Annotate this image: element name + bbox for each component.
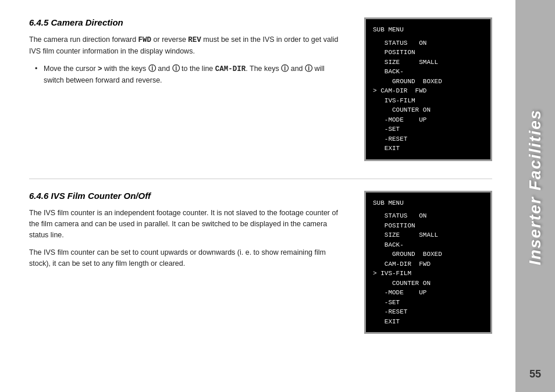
section-645-bullets: Move the cursor > with the keys ⓘ and ⓘ … [29,63,347,87]
screen1-item-9: -MODE UP [373,115,483,125]
screen2-item-1: STATUS ON [373,211,483,221]
screen1-item-6: > CAM-DIR FWD [373,86,483,96]
section-646-right: SUB MENU STATUS ON POSITION SIZE SMALL B… [364,191,492,334]
key-e1: ⓘ [148,65,156,73]
screen-1: SUB MENU STATUS ON POSITION SIZE SMALL B… [364,17,492,161]
screen2-item-2: POSITION [373,221,483,231]
sidebar-title: Inserter Facilities [526,6,545,368]
screen2-item-3: SIZE SMALL [373,230,483,240]
section-divider [29,179,492,179]
screen2-item-11: -RESET [373,307,483,317]
section-646-para1: The IVS film counter is an independent f… [29,208,347,241]
screen2-item-9: -MODE UP [373,288,483,298]
rev-code: REV [188,36,201,44]
section-645-para1: The camera run direction forward FWD or … [29,34,347,58]
bullet-item-1: Move the cursor > with the keys ⓘ and ⓘ … [35,63,347,87]
screen1-item-2: POSITION [373,48,483,58]
key-o1: ⓘ [172,65,180,73]
screen2-item-6: CAM-DIR FWD [373,259,483,269]
screen1-item-4: BACK- [373,67,483,77]
section-645-left: 6.4.5 Camera Direction The camera run di… [29,17,347,161]
fwd-code: FWD [138,36,152,44]
screen1-item-3: SIZE SMALL [373,58,483,67]
section-645-header: 6.4.5 Camera Direction [29,17,347,27]
screen2-item-12: EXIT [373,317,483,327]
section-646-header: 6.4.6 IVS Film Counter On/Off [29,191,347,201]
screen2-title: SUB MENU [373,198,483,208]
section-646: 6.4.6 IVS Film Counter On/Off The IVS fi… [29,191,492,334]
section-645-right: SUB MENU STATUS ON POSITION SIZE SMALL B… [364,17,492,161]
screen2-item-10: -SET [373,298,483,308]
screen2-item-4: BACK- [373,240,483,250]
screen1-item-12: EXIT [373,144,483,154]
screen1-item-7: IVS-FILM [373,96,483,106]
main-content: 6.4.5 Camera Direction The camera run di… [0,0,515,392]
section-646-para2: The IVS film counter can be set to count… [29,247,347,270]
cursor-symbol: > [98,65,102,73]
screen2-item-8: COUNTER ON [373,279,483,288]
screen1-item-11: -RESET [373,134,483,144]
screen2-item-5: GROUND BOXED [373,250,483,259]
section-646-body: The IVS film counter is an independent f… [29,208,347,270]
screen1-item-8: COUNTER ON [373,105,483,115]
screen1-item-1: STATUS ON [373,38,483,48]
screen1-item-5: GROUND BOXED [373,77,483,87]
key-e2: ⓘ [281,65,289,73]
cam-dir-code: CAM-DIR [215,65,246,73]
screen-2: SUB MENU STATUS ON POSITION SIZE SMALL B… [364,191,492,334]
section-645-body: The camera run direction forward FWD or … [29,34,347,87]
key-o2: ⓘ [305,65,312,73]
screen1-title: SUB MENU [373,25,483,35]
section-646-left: 6.4.6 IVS Film Counter On/Off The IVS fi… [29,191,347,334]
section-645: 6.4.5 Camera Direction The camera run di… [29,17,492,161]
page-number: 55 [529,368,541,380]
screen1-item-10: -SET [373,124,483,134]
and-text: and [158,65,170,73]
right-sidebar: Inserter Facilities 55 [515,0,555,392]
screen2-item-7: > IVS-FILM [373,269,483,279]
